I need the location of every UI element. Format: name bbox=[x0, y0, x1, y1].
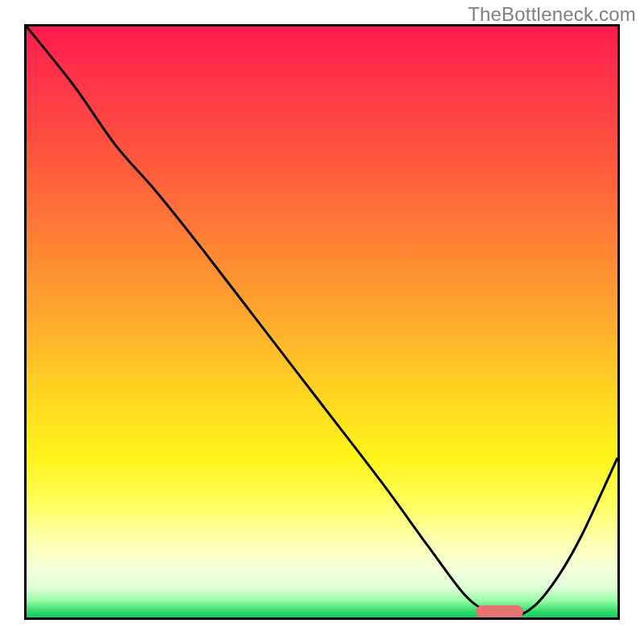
watermark-text: TheBottleneck.com bbox=[468, 3, 636, 26]
plot-area bbox=[24, 24, 620, 620]
bottleneck-curve bbox=[27, 27, 617, 617]
optimal-range-marker bbox=[476, 605, 523, 618]
chart-container: TheBottleneck.com bbox=[0, 0, 644, 644]
curve-path bbox=[27, 27, 617, 617]
